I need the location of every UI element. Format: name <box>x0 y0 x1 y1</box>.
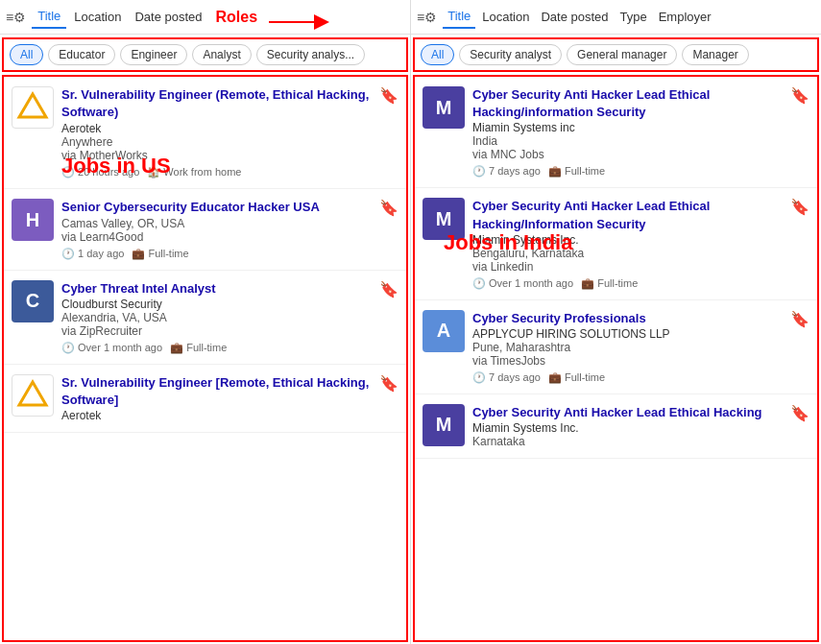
role-chip-educator[interactable]: Educator <box>48 44 115 65</box>
job-source-l1: via MotherWorks <box>61 149 372 162</box>
company-logo-m4: M <box>423 404 465 446</box>
filter-icon-right[interactable]: ≡⚙ <box>417 10 437 25</box>
job-type-r2: 💼 Full-time <box>581 277 638 290</box>
role-chip-all-right[interactable]: All <box>421 44 454 65</box>
job-info-r1: Cyber Security Anti Hacker Lead Ethical … <box>472 86 783 178</box>
company-logo-a3: A <box>423 310 465 352</box>
job-time-r3: 🕐 7 days ago <box>472 371 541 384</box>
job-info-r4: Cyber Security Anti Hacker Lead Ethical … <box>472 404 783 448</box>
job-source-l2: via Learn4Good <box>61 230 372 244</box>
bookmark-r2[interactable]: 🔖 <box>790 198 809 216</box>
jobs-list-right: Jobs in India M Cyber Security Anti Hack… <box>413 75 819 642</box>
job-card-r3[interactable]: A Cyber Security Professionals APPLYCUP … <box>415 300 817 394</box>
tab-date-right[interactable]: Date posted <box>536 6 613 28</box>
job-location-r1: India <box>472 134 783 148</box>
job-title-r2: Cyber Security Anti Hacker Lead Ethical … <box>472 198 783 232</box>
company-logo-aerotek1 <box>12 86 54 129</box>
svg-marker-0 <box>19 94 46 117</box>
job-card-r4[interactable]: M Cyber Security Anti Hacker Lead Ethica… <box>415 394 817 459</box>
job-card-l2[interactable]: H Senior Cybersecurity Educator Hacker U… <box>4 189 406 270</box>
company-logo-m2: M <box>423 198 465 240</box>
job-type-r3: 💼 Full-time <box>548 371 605 384</box>
company-logo-aerotek2 <box>12 374 54 417</box>
bookmark-l2[interactable]: 🔖 <box>379 199 398 217</box>
job-info-r3: Cyber Security Professionals APPLYCUP HI… <box>472 310 783 384</box>
role-chip-security-analyst-right[interactable]: Security analyst <box>459 44 562 65</box>
tab-title-right[interactable]: Title <box>443 5 475 29</box>
job-info-l1: Sr. Vulnerability Engineer (Remote, Ethi… <box>61 86 372 179</box>
job-location-l2: Camas Valley, OR, USA <box>61 217 372 230</box>
job-location-r2: Bengaluru, Karnataka <box>472 247 783 260</box>
company-logo-c: C <box>12 280 54 322</box>
job-company-l3: Cloudburst Security <box>61 298 372 311</box>
role-chip-analyst[interactable]: Analyst <box>192 44 251 65</box>
bookmark-l1[interactable]: 🔖 <box>379 86 398 105</box>
job-location-l3: Alexandria, VA, USA <box>61 311 372 324</box>
job-title-l1: Sr. Vulnerability Engineer (Remote, Ethi… <box>61 86 372 121</box>
job-location-r4: Karnataka <box>472 435 783 448</box>
job-source-r2: via Linkedin <box>472 260 783 274</box>
job-source-r3: via TimesJobs <box>472 354 783 368</box>
aerotek-logo-svg <box>15 90 50 125</box>
job-meta-l3: 🕐 Over 1 month ago 💼 Full-time <box>61 342 372 354</box>
tab-employer-right[interactable]: Employer <box>654 6 716 28</box>
role-chip-security-analyst[interactable]: Security analys... <box>256 44 365 65</box>
job-info-l3: Cyber Threat Intel Analyst Cloudburst Se… <box>61 280 372 354</box>
job-card-l4[interactable]: Sr. Vulnerability Engineer [Remote, Ethi… <box>4 365 406 433</box>
job-title-l3: Cyber Threat Intel Analyst <box>61 280 372 298</box>
bookmark-r4[interactable]: 🔖 <box>790 404 809 422</box>
bookmark-r1[interactable]: 🔖 <box>790 86 809 105</box>
job-company-l1: Aerotek <box>61 122 372 135</box>
job-type-l2: 💼 Full-time <box>132 248 188 260</box>
job-type-l3: 💼 Full-time <box>170 342 227 354</box>
company-logo-h: H <box>12 199 54 241</box>
job-info-l4: Sr. Vulnerability Engineer [Remote, Ethi… <box>61 374 372 422</box>
job-meta-r3: 🕐 7 days ago 💼 Full-time <box>472 371 783 384</box>
role-chip-engineer[interactable]: Engineer <box>120 44 187 65</box>
job-source-l3: via ZipRecruiter <box>61 324 372 338</box>
job-time-l1: 🕐 20 hours ago <box>61 166 139 179</box>
role-chips-right: All Security analyst General manager Man… <box>413 37 819 72</box>
job-title-r3: Cyber Security Professionals <box>472 310 783 327</box>
job-card-r1[interactable]: M Cyber Security Anti Hacker Lead Ethica… <box>415 77 817 188</box>
bookmark-r3[interactable]: 🔖 <box>790 310 809 328</box>
job-company-l4: Aerotek <box>61 409 372 422</box>
job-meta-l1: 🕐 20 hours ago 🏠 Work from home <box>61 166 372 179</box>
tab-type-right[interactable]: Type <box>616 6 652 28</box>
job-company-r4: Miamin Systems Inc. <box>472 421 783 435</box>
job-title-r1: Cyber Security Anti Hacker Lead Ethical … <box>472 86 783 121</box>
job-info-l2: Senior Cybersecurity Educator Hacker USA… <box>61 199 372 259</box>
right-tab-bar: ≡⚙ Title Location Date posted Type Emplo… <box>411 0 821 35</box>
tab-date-left[interactable]: Date posted <box>129 6 207 28</box>
tab-title-left[interactable]: Title <box>32 5 66 29</box>
jobs-list-left: Jobs in US Sr. Vulnerability Engineer (R… <box>2 75 408 642</box>
job-card-r2[interactable]: M Cyber Security Anti Hacker Lead Ethica… <box>415 188 817 299</box>
tab-roles-left[interactable]: Roles <box>210 5 264 30</box>
svg-marker-1 <box>19 382 46 405</box>
job-time-r2: 🕐 Over 1 month ago <box>472 277 573 290</box>
job-card-l1[interactable]: Sr. Vulnerability Engineer (Remote, Ethi… <box>4 77 406 189</box>
filter-icon-left[interactable]: ≡⚙ <box>6 10 26 25</box>
bookmark-l4[interactable]: 🔖 <box>379 374 398 393</box>
job-title-r4: Cyber Security Anti Hacker Lead Ethical … <box>472 404 783 421</box>
job-source-r1: via MNC Jobs <box>472 148 783 161</box>
aerotek-logo-svg2 <box>15 378 50 413</box>
left-tab-bar: ≡⚙ Title Location Date posted Roles <box>0 0 410 35</box>
job-time-l3: 🕐 Over 1 month ago <box>61 342 162 354</box>
job-type-l1: 🏠 Work from home <box>147 166 241 179</box>
job-info-r2: Cyber Security Anti Hacker Lead Ethical … <box>472 198 783 289</box>
bookmark-l3[interactable]: 🔖 <box>379 280 398 298</box>
tab-location-right[interactable]: Location <box>477 6 534 28</box>
role-chip-all-left[interactable]: All <box>10 44 43 65</box>
company-logo-m1: M <box>423 86 465 129</box>
role-chip-general-manager[interactable]: General manager <box>567 44 677 65</box>
tab-location-left[interactable]: Location <box>68 6 127 28</box>
job-company-r3: APPLYCUP HIRING SOLUTIONS LLP <box>472 327 783 341</box>
job-time-l2: 🕐 1 day ago <box>61 248 124 260</box>
job-card-l3[interactable]: C Cyber Threat Intel Analyst Cloudburst … <box>4 271 406 365</box>
job-meta-r2: 🕐 Over 1 month ago 💼 Full-time <box>472 277 783 290</box>
job-type-r1: 💼 Full-time <box>548 165 605 178</box>
job-title-l4: Sr. Vulnerability Engineer [Remote, Ethi… <box>61 374 372 409</box>
job-company-r1: Miamin Systems inc <box>472 121 783 134</box>
role-chip-manager[interactable]: Manager <box>682 44 748 65</box>
